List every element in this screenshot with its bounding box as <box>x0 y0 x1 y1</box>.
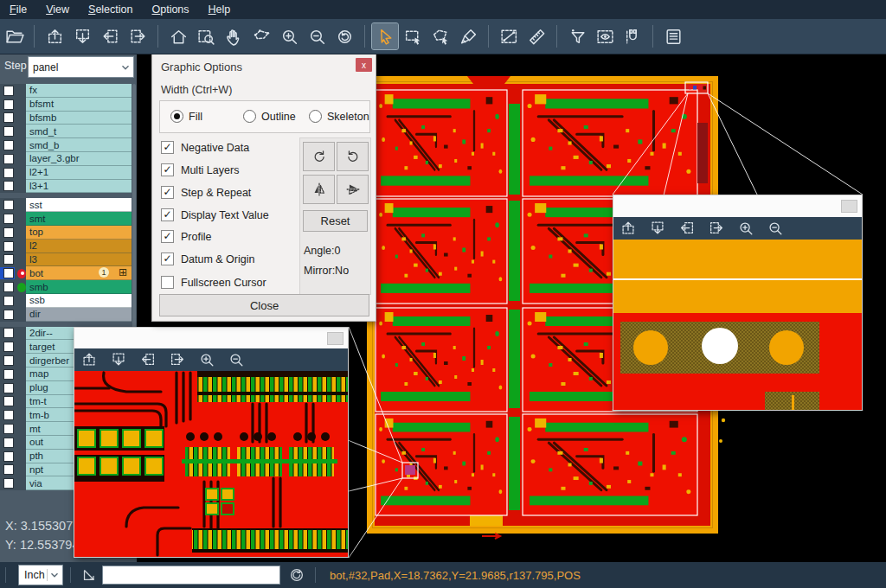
pan-up-button[interactable] <box>616 218 640 239</box>
zoom-window-button[interactable] <box>193 23 219 49</box>
layer-name[interactable]: ssb <box>26 294 132 308</box>
pan-left-button[interactable] <box>675 218 699 239</box>
step-select[interactable]: panel <box>28 56 134 78</box>
unit-select[interactable]: Inch <box>18 565 63 585</box>
layer-visibility-checkbox[interactable] <box>3 282 14 292</box>
zoom-previous-button[interactable] <box>331 23 357 49</box>
layer-name[interactable]: bfsmb <box>26 112 132 125</box>
mirror-horizontal-button[interactable] <box>303 175 335 204</box>
menu-options[interactable]: Options <box>142 0 198 19</box>
layer-visibility-checkbox[interactable] <box>3 254 14 265</box>
layer-visibility-checkbox[interactable] <box>3 99 14 110</box>
layer-visibility-checkbox[interactable] <box>3 369 14 380</box>
close-button[interactable]: Close <box>159 294 369 316</box>
layer-visibility-checkbox[interactable] <box>3 383 14 393</box>
layer-active-indicator[interactable] <box>17 283 26 292</box>
layer-visibility-checkbox[interactable] <box>3 451 14 462</box>
zoom-out-button[interactable] <box>224 349 248 370</box>
radio-outline[interactable]: Outline <box>243 110 296 123</box>
layer-visibility-checkbox[interactable] <box>3 154 14 164</box>
zoom-in-button[interactable] <box>276 23 302 49</box>
measure-distance-button[interactable] <box>496 23 522 49</box>
pan-down-button[interactable] <box>106 349 131 370</box>
measure-ruler-button[interactable] <box>523 23 549 49</box>
layer-visibility-checkbox[interactable] <box>3 410 14 420</box>
menu-help[interactable]: Help <box>199 0 241 19</box>
layer-visibility-checkbox[interactable] <box>3 424 14 434</box>
close-icon[interactable]: x <box>356 58 372 72</box>
checkbox-profile[interactable]: ✓Profile <box>161 230 211 243</box>
zoom-in-button[interactable] <box>734 218 758 239</box>
window-titlebar[interactable] <box>613 195 862 217</box>
pan-down-button[interactable] <box>645 218 670 239</box>
mirror-vertical-button[interactable] <box>337 175 369 204</box>
angle-reference-icon[interactable] <box>78 566 100 584</box>
checkbox-fullscreen-cursor[interactable]: Fullscreen Cursor <box>161 276 266 289</box>
layer-name[interactable]: top <box>26 226 132 240</box>
select-rectangle-button[interactable] <box>400 23 426 49</box>
layer-visibility-checkbox[interactable] <box>3 296 14 306</box>
layer-name[interactable]: smd_b <box>26 138 132 152</box>
layer-visibility-checkbox[interactable] <box>3 396 14 406</box>
clear-highlight-button[interactable] <box>455 23 481 49</box>
checkbox-display-text-value[interactable]: ✓Display Text Value <box>161 208 269 221</box>
radio-skeleton[interactable]: Skeleton <box>309 110 369 123</box>
checkbox-step-repeat[interactable]: ✓Step & Repeat <box>161 186 251 199</box>
pan-down-button[interactable] <box>69 23 95 49</box>
menu-file[interactable]: File <box>0 0 36 19</box>
layer-visibility-checkbox[interactable] <box>3 181 14 191</box>
layer-visibility-checkbox[interactable] <box>3 241 14 252</box>
window-button[interactable] <box>841 200 857 213</box>
layer-visibility-checkbox[interactable] <box>3 268 14 278</box>
rotate-ccw-button[interactable] <box>337 142 369 171</box>
grid-icon[interactable]: ⊞ <box>119 266 127 279</box>
layer-visibility-checkbox[interactable] <box>3 355 14 366</box>
layer-panel-button[interactable] <box>660 23 686 49</box>
apply-command-icon[interactable] <box>286 566 308 584</box>
checkbox-negative-data[interactable]: ✓Negative Data <box>161 141 249 154</box>
layer-name[interactable]: l2+1 <box>26 166 132 180</box>
layer-visibility-checkbox[interactable] <box>3 168 14 178</box>
layer-visibility-checkbox[interactable] <box>3 86 14 96</box>
layer-visibility-checkbox[interactable] <box>3 464 14 475</box>
layer-name[interactable]: smd_t <box>26 125 132 138</box>
snap-button[interactable] <box>620 23 645 49</box>
pan-up-button[interactable] <box>42 23 67 49</box>
command-input[interactable] <box>102 566 280 585</box>
open-file-button[interactable] <box>1 23 27 49</box>
layer-visibility-checkbox[interactable] <box>3 227 14 238</box>
zoom-region-top-right[interactable] <box>685 82 708 93</box>
zoom-in-button[interactable] <box>195 349 219 370</box>
select-polygon-button[interactable] <box>427 23 453 49</box>
layer-name[interactable]: fx <box>26 84 132 98</box>
zoom-out-button[interactable] <box>304 23 330 49</box>
layer-visibility-checkbox[interactable] <box>3 478 14 489</box>
pan-left-button[interactable] <box>97 23 123 49</box>
layer-name[interactable]: l3 <box>26 253 132 267</box>
layer-active-indicator[interactable] <box>17 269 26 278</box>
zoom-out-button[interactable] <box>763 218 787 239</box>
pan-hand-button[interactable] <box>221 23 247 49</box>
layer-name[interactable]: smt <box>26 212 132 226</box>
pan-right-button[interactable] <box>125 23 151 49</box>
layer-name[interactable]: smb <box>26 280 132 294</box>
layer-name[interactable]: bfsmt <box>26 98 132 112</box>
reset-button[interactable]: Reset <box>303 210 368 232</box>
menu-selection[interactable]: Selection <box>79 0 142 19</box>
layer-visibility-checkbox[interactable] <box>3 200 14 210</box>
select-cursor-button[interactable] <box>372 23 398 49</box>
pan-up-button[interactable] <box>77 349 101 370</box>
radio-fill[interactable]: Fill <box>170 110 202 123</box>
window-titlebar[interactable] <box>74 328 348 348</box>
layer-visibility-checkbox[interactable] <box>3 126 14 137</box>
rotate-cw-button[interactable] <box>303 142 335 171</box>
layer-name[interactable]: l3+1 <box>26 180 132 194</box>
layer-visibility-checkbox[interactable] <box>3 214 14 224</box>
layer-name[interactable]: l2 <box>26 240 132 253</box>
view-options-button[interactable] <box>592 23 618 49</box>
layer-name[interactable]: dir <box>26 308 132 322</box>
menu-view[interactable]: View <box>36 0 79 19</box>
pan-right-button[interactable] <box>704 218 729 239</box>
checkbox-datum-origin[interactable]: ✓Datum & Origin <box>161 252 254 265</box>
window-button[interactable] <box>327 332 343 345</box>
